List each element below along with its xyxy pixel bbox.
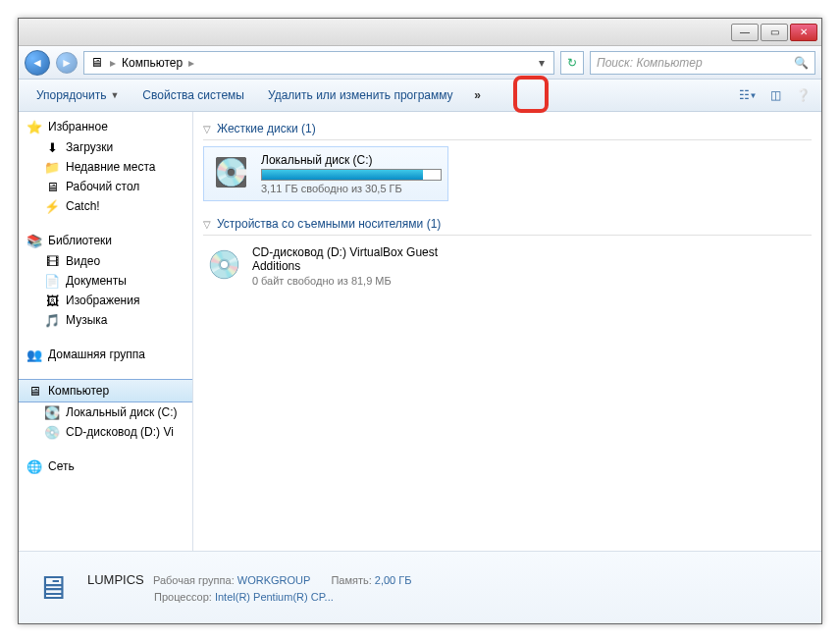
toolbar-overflow-button[interactable]: » xyxy=(467,85,489,105)
workgroup-label: Рабочая группа: xyxy=(153,574,235,586)
preview-pane-button[interactable]: ◫ xyxy=(764,84,786,106)
maximize-button[interactable]: ▭ xyxy=(761,24,788,41)
system-properties-button[interactable]: Свойства системы xyxy=(132,84,254,106)
back-button[interactable]: ◄ xyxy=(25,50,50,76)
breadcrumb-sep-icon: ▸ xyxy=(188,56,194,70)
sidebar-item-label: Загрузки xyxy=(66,140,113,154)
memory-value: 2,00 ГБ xyxy=(375,574,412,586)
sidebar-favorites[interactable]: ⭐ Избранное xyxy=(19,116,192,137)
breadcrumb-sep-icon: ▸ xyxy=(110,56,116,70)
memory-label: Память: xyxy=(331,574,371,586)
drive-label: CD-дисковод (D:) VirtualBox Guest Additi… xyxy=(252,245,454,273)
cd-icon: 💿 xyxy=(44,424,60,440)
sidebar-favorites-label: Избранное xyxy=(48,120,108,134)
sidebar-item-music[interactable]: 🎵Музыка xyxy=(19,310,192,330)
sidebar-item-downloads[interactable]: ⬇Загрузки xyxy=(19,137,192,157)
section-hard-disks[interactable]: ▽ Жесткие диски (1) xyxy=(203,118,812,140)
pictures-icon: 🖼 xyxy=(44,293,60,308)
hdd-icon: 💽 xyxy=(44,404,60,420)
search-placeholder: Поиск: Компьютер xyxy=(597,56,703,70)
sidebar-computer-label: Компьютер xyxy=(48,384,109,398)
sidebar-network[interactable]: 🌐 Сеть xyxy=(19,455,192,477)
video-icon: 🎞 xyxy=(44,253,60,269)
cpu-label: Процессор: xyxy=(154,591,212,603)
address-dropdown-icon[interactable]: ▾ xyxy=(534,56,550,70)
sidebar-item-catch[interactable]: ⚡Catch! xyxy=(19,196,192,216)
forward-button[interactable]: ► xyxy=(56,52,78,74)
computer-name: LUMPICS xyxy=(87,572,144,587)
search-input[interactable]: Поиск: Компьютер 🔍 xyxy=(590,51,815,75)
sidebar-item-label: Рабочий стол xyxy=(66,180,139,193)
sidebar-item-cd-drive[interactable]: 💿CD-дисковод (D:) Vi xyxy=(19,422,192,442)
sidebar-item-desktop[interactable]: 🖥Рабочий стол xyxy=(19,177,192,196)
music-icon: 🎵 xyxy=(44,312,60,328)
chevron-down-icon: ▼ xyxy=(110,90,119,100)
close-button[interactable]: ✕ xyxy=(790,24,817,41)
sidebar-network-label: Сеть xyxy=(48,459,75,473)
hdd-icon: 💽 xyxy=(210,153,251,190)
star-icon: ⭐ xyxy=(26,119,42,134)
drive-local-c[interactable]: 💽 Локальный диск (C:) 3,11 ГБ свободно и… xyxy=(203,146,448,201)
collapse-icon: ▽ xyxy=(203,219,211,230)
drive-free-space: 0 байт свободно из 81,9 МБ xyxy=(252,275,454,287)
help-button[interactable]: ❔ xyxy=(792,84,814,106)
cpu-value: Intel(R) Pentium(R) CP... xyxy=(215,591,334,603)
refresh-button[interactable]: ↻ xyxy=(560,51,584,75)
sidebar-computer[interactable]: 🖥 Компьютер xyxy=(19,379,192,402)
sidebar-item-local-disk-c[interactable]: 💽Локальный диск (C:) xyxy=(19,402,192,422)
sidebar-item-label: Документы xyxy=(66,274,127,288)
sidebar-item-label: Недавние места xyxy=(66,160,155,174)
explorer-window: — ▭ ✕ ◄ ► 🖥 ▸ Компьютер ▸ ▾ ↻ Поиск: Ком… xyxy=(18,18,822,624)
collapse-icon: ▽ xyxy=(203,124,211,134)
organize-button[interactable]: Упорядочить ▼ xyxy=(26,84,129,106)
catch-icon: ⚡ xyxy=(44,198,60,214)
address-bar[interactable]: 🖥 ▸ Компьютер ▸ ▾ xyxy=(83,51,554,75)
uninstall-program-button[interactable]: Удалить или изменить программу xyxy=(258,84,463,106)
body: ⭐ Избранное ⬇Загрузки 📁Недавние места 🖥Р… xyxy=(19,112,821,551)
details-pane: 🖥 LUMPICS Рабочая группа: WORKGROUP Памя… xyxy=(19,551,821,623)
sidebar-item-recent[interactable]: 📁Недавние места xyxy=(19,157,192,177)
sidebar-item-documents[interactable]: 📄Документы xyxy=(19,271,192,291)
homegroup-icon: 👥 xyxy=(26,347,42,362)
drive-free-space: 3,11 ГБ свободно из 30,5 ГБ xyxy=(261,183,442,194)
search-icon: 🔍 xyxy=(794,56,809,70)
download-icon: ⬇ xyxy=(44,139,60,155)
content-pane: ▽ Жесткие диски (1) 💽 Локальный диск (C:… xyxy=(193,112,821,551)
sidebar-item-pictures[interactable]: 🖼Изображения xyxy=(19,291,192,310)
minimize-button[interactable]: — xyxy=(731,24,759,41)
computer-icon: 🖥 xyxy=(28,564,76,612)
sidebar-item-label: CD-дисковод (D:) Vi xyxy=(66,425,174,439)
organize-label: Упорядочить xyxy=(36,88,106,102)
drive-usage-bar xyxy=(261,169,442,181)
documents-icon: 📄 xyxy=(44,273,60,289)
section-header-label: Устройства со съемными носителями (1) xyxy=(217,217,441,231)
drive-label: Локальный диск (C:) xyxy=(261,153,442,167)
navigation-pane: ⭐ Избранное ⬇Загрузки 📁Недавние места 🖥Р… xyxy=(19,112,193,551)
sidebar-item-label: Изображения xyxy=(66,294,139,307)
computer-icon: 🖥 xyxy=(26,383,42,399)
sidebar-item-label: Видео xyxy=(66,254,100,268)
desktop-icon: 🖥 xyxy=(44,179,60,194)
titlebar: — ▭ ✕ xyxy=(19,19,821,46)
cd-icon: 💿 xyxy=(207,245,242,283)
tutorial-highlight xyxy=(513,76,549,113)
sidebar-homegroup[interactable]: 👥 Домашняя группа xyxy=(19,344,192,365)
recent-icon: 📁 xyxy=(44,159,60,175)
sidebar-homegroup-label: Домашняя группа xyxy=(48,348,145,361)
sidebar-item-label: Catch! xyxy=(66,199,100,213)
command-bar: Упорядочить ▼ Свойства системы Удалить и… xyxy=(19,80,821,112)
drive-usage-fill xyxy=(262,170,423,180)
libraries-icon: 📚 xyxy=(26,233,42,248)
sidebar-libraries[interactable]: 📚 Библиотеки xyxy=(19,230,192,251)
computer-icon: 🖥 xyxy=(88,55,104,71)
sidebar-item-label: Локальный диск (C:) xyxy=(66,405,178,419)
workgroup-value: WORKGROUP xyxy=(237,574,311,586)
breadcrumb-location[interactable]: Компьютер xyxy=(122,56,183,70)
sidebar-item-label: Музыка xyxy=(66,313,107,327)
drive-cd-d[interactable]: 💿 CD-дисковод (D:) VirtualBox Guest Addi… xyxy=(203,241,458,291)
section-removable[interactable]: ▽ Устройства со съемными носителями (1) xyxy=(203,213,812,236)
view-options-button[interactable]: ☷ ▼ xyxy=(737,84,759,106)
sidebar-libraries-label: Библиотеки xyxy=(48,234,112,247)
sidebar-item-videos[interactable]: 🎞Видео xyxy=(19,251,192,271)
section-header-label: Жесткие диски (1) xyxy=(217,122,316,135)
